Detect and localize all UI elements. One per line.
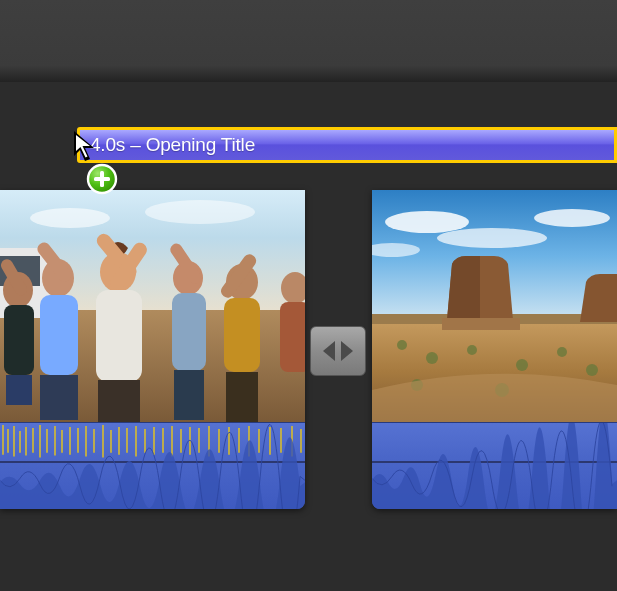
- svg-point-67: [534, 209, 610, 227]
- cross-dissolve-icon: [321, 337, 355, 365]
- clip-thumbnail: [0, 190, 305, 422]
- timeline-clip[interactable]: [0, 190, 305, 509]
- svg-point-76: [557, 347, 567, 357]
- svg-rect-8: [6, 375, 32, 405]
- svg-point-3: [145, 200, 255, 224]
- toolbar-area: [0, 0, 617, 82]
- svg-point-77: [586, 364, 598, 376]
- svg-rect-23: [224, 298, 260, 372]
- timeline-clip[interactable]: [372, 190, 617, 509]
- transition-cross-dissolve[interactable]: [310, 326, 366, 376]
- svg-rect-11: [40, 295, 78, 375]
- clip-audio-track[interactable]: [0, 422, 305, 509]
- clip-thumbnail: [372, 190, 617, 422]
- svg-rect-20: [174, 370, 204, 420]
- svg-rect-7: [4, 305, 34, 375]
- svg-point-65: [385, 211, 469, 233]
- svg-point-66: [437, 228, 547, 248]
- title-overlay-label: 4.0s – Opening Title: [90, 134, 255, 156]
- svg-rect-27: [280, 302, 305, 372]
- title-overlay-clip[interactable]: 4.0s – Opening Title: [77, 127, 617, 163]
- svg-point-72: [397, 340, 407, 350]
- svg-rect-24: [226, 372, 258, 422]
- svg-point-74: [467, 345, 477, 355]
- svg-point-2: [30, 208, 110, 228]
- svg-point-75: [516, 359, 528, 371]
- svg-rect-15: [98, 380, 140, 422]
- svg-rect-71: [442, 318, 520, 330]
- svg-rect-14: [96, 290, 142, 382]
- svg-point-73: [426, 352, 438, 364]
- clip-audio-track[interactable]: [372, 422, 617, 509]
- svg-rect-19: [172, 293, 206, 371]
